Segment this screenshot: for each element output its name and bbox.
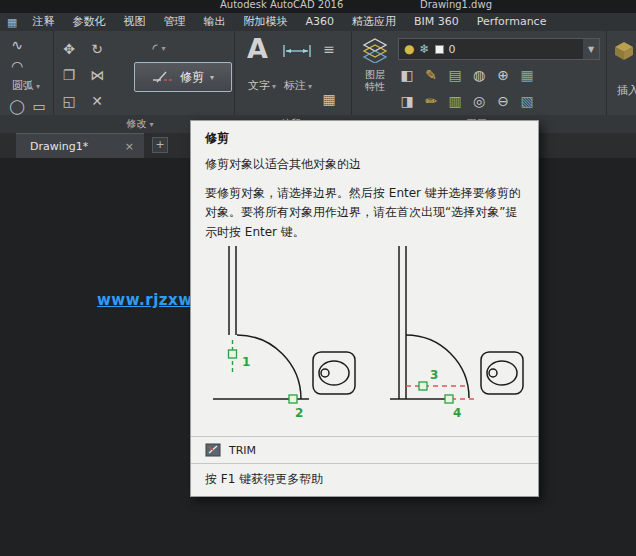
layer-tool-icon[interactable]: ✏: [420, 91, 442, 111]
move-icon[interactable]: ✥: [58, 39, 80, 59]
fillet-icon: ◜: [152, 41, 157, 56]
command-name: TRIM: [229, 444, 256, 457]
layer-tool-icon[interactable]: ◎: [468, 91, 490, 111]
scale-icon[interactable]: ◱: [58, 91, 80, 111]
modify-panel-label[interactable]: 修改▾: [105, 117, 175, 131]
layer-tool-icon[interactable]: ▧: [516, 91, 538, 111]
rotate-icon[interactable]: ↻: [86, 39, 108, 59]
spline-icon[interactable]: ∿: [6, 35, 28, 55]
leader-icon[interactable]: ≡: [318, 39, 340, 59]
close-icon[interactable]: ×: [123, 140, 136, 153]
tab-addins[interactable]: 附加模块: [234, 13, 296, 31]
tab-manage[interactable]: 管理: [154, 13, 194, 31]
text-flyout-label: 文字: [248, 79, 270, 92]
rectangle-icon[interactable]: ▭: [28, 96, 50, 116]
layer-freeze-icon: ❄: [419, 42, 429, 56]
layer-tool-icon[interactable]: ▤: [444, 65, 466, 85]
grip-marker-1: [228, 350, 236, 358]
arc-flyout[interactable]: 圆弧▾: [0, 78, 52, 93]
app-title: Autodesk AutoCAD 2016: [220, 0, 343, 10]
ribbon-tab-bar: ▦ 注释 参数化 视图 管理 输出 附加模块 A360 精选应用 BIM 360…: [0, 13, 636, 31]
chevron-down-icon: ▾: [162, 44, 166, 53]
arc-flyout-label: 圆弧: [12, 79, 34, 92]
marker-label-4: 4: [453, 406, 461, 420]
new-tab-button[interactable]: +: [152, 137, 168, 153]
trim-tooltip: 修剪 修剪对象以适合其他对象的边 要修剪对象，请选择边界。然后按 Enter 键…: [190, 120, 539, 497]
layer-properties-icon[interactable]: [362, 37, 388, 63]
tooltip-body: 要修剪对象，请选择边界。然后按 Enter 键并选择要修剪的对象。要将所有对象用…: [205, 184, 524, 242]
file-tab-label: Drawing1*: [30, 140, 88, 153]
ribbon: ∿ ◠ 圆弧▾ ◯ ▭ ✥ ↻ ❐ ⋈ ◱ ✕ ◜▾ 修剪 ▾ A 文字▾ 标注…: [0, 31, 636, 133]
autocad-window: { "titlebar": { "app_title": "Autodesk A…: [0, 0, 636, 556]
layer-tool-icon[interactable]: ▦: [516, 65, 538, 85]
marker-label-1: 1: [242, 355, 250, 369]
tooltip-help-hint: 按 F1 键获得更多帮助: [191, 463, 538, 496]
dimension-icon[interactable]: [282, 44, 312, 58]
tab-view[interactable]: 视图: [114, 13, 154, 31]
tooltip-illustration: 1 2 3 4: [191, 242, 538, 436]
trim-button-label: 修剪: [180, 69, 204, 86]
tab-a360[interactable]: A360: [296, 13, 343, 31]
layer-properties-label-2: 特性: [365, 81, 385, 92]
trim-icon: [152, 71, 174, 83]
tab-featured-apps[interactable]: 精选应用: [343, 13, 405, 31]
chevron-down-icon: ▾: [36, 82, 40, 91]
table-icon[interactable]: ▦: [318, 89, 340, 109]
tab-parametric[interactable]: 参数化: [63, 13, 114, 31]
chevron-down-icon[interactable]: ▼: [583, 39, 599, 59]
layer-tool-icon[interactable]: ◨: [396, 91, 418, 111]
tab-annotate[interactable]: 注释: [23, 13, 63, 31]
tab-performance[interactable]: Performance: [468, 13, 556, 31]
grip-marker-3: [419, 382, 427, 390]
fillet-flyout-button[interactable]: ◜▾: [137, 37, 181, 59]
chevron-down-icon: ▾: [210, 73, 214, 82]
text-icon[interactable]: A: [247, 33, 268, 64]
arc-icon[interactable]: ◠: [6, 56, 28, 76]
layer-tool-icon[interactable]: ⊕: [492, 65, 514, 85]
layer-tool-icon[interactable]: ▥: [444, 91, 466, 111]
current-layer-name: 0: [449, 43, 456, 56]
layer-on-icon: ●: [404, 42, 414, 56]
insert-label: 插入: [617, 84, 636, 97]
file-tab-drawing1[interactable]: Drawing1* ×: [16, 133, 144, 158]
mirror-icon[interactable]: ⋈: [86, 65, 108, 85]
copy-icon[interactable]: ❐: [58, 65, 80, 85]
layer-tool-icon[interactable]: ✎: [420, 65, 442, 85]
app-menu-icon[interactable]: ▦: [0, 16, 23, 29]
tab-bim360[interactable]: BIM 360: [405, 13, 468, 31]
tooltip-header: 修剪 修剪对象以适合其他对象的边 要修剪对象，请选择边界。然后按 Enter 键…: [191, 121, 538, 242]
layer-tool-icon[interactable]: ◍: [468, 65, 490, 85]
insert-button[interactable]: 插入: [608, 83, 636, 98]
marker-label-2: 2: [295, 406, 303, 420]
layer-properties-button[interactable]: 图层 特性: [354, 69, 396, 93]
layer-properties-label-1: 图层: [365, 69, 385, 80]
layer-color-swatch: [435, 45, 444, 54]
insert-block-icon[interactable]: [612, 39, 636, 63]
circle-icon[interactable]: ◯: [6, 96, 28, 116]
trim-example-diagram: 1 2 3 4: [205, 240, 525, 438]
erase-icon[interactable]: ✕: [86, 91, 108, 111]
grip-marker-4: [445, 395, 453, 403]
tooltip-title: 修剪: [205, 130, 524, 147]
dimension-flyout[interactable]: 标注▾: [274, 78, 322, 93]
chevron-down-icon: ▾: [308, 82, 312, 91]
layer-tool-icon[interactable]: ⊖: [492, 91, 514, 111]
layer-dropdown[interactable]: ● ❄ 0 ▼: [398, 38, 600, 60]
trim-command-icon: [205, 442, 221, 458]
tab-output[interactable]: 输出: [194, 13, 234, 31]
document-title: Drawing1.dwg: [420, 0, 492, 10]
layer-tool-icon[interactable]: ◧: [396, 65, 418, 85]
dimension-flyout-label: 标注: [284, 79, 306, 92]
chevron-down-icon: ▾: [149, 120, 153, 129]
grip-marker-2: [289, 395, 297, 403]
marker-label-3: 3: [430, 368, 438, 382]
tooltip-command-row: TRIM: [191, 436, 538, 463]
trim-button[interactable]: 修剪 ▾: [134, 62, 232, 92]
tooltip-subtitle: 修剪对象以适合其他对象的边: [205, 156, 524, 173]
window-titlebar: Autodesk AutoCAD 2016 Drawing1.dwg: [0, 0, 636, 13]
